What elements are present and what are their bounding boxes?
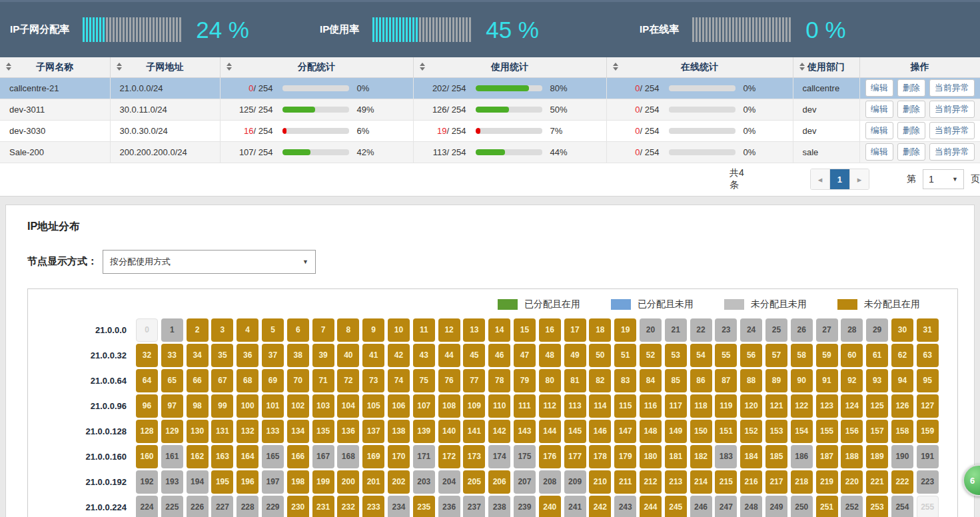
ip-cell[interactable]: 25: [765, 318, 787, 342]
ip-cell[interactable]: 226: [187, 496, 209, 517]
ip-cell[interactable]: 238: [488, 496, 510, 517]
ip-cell[interactable]: 146: [589, 420, 611, 443]
ip-cell[interactable]: 142: [488, 420, 510, 443]
ip-cell[interactable]: 26: [791, 318, 813, 342]
ip-cell[interactable]: 202: [388, 470, 410, 494]
ip-cell[interactable]: 167: [312, 445, 334, 468]
ip-cell[interactable]: 247: [715, 496, 737, 517]
page-select[interactable]: 1 ▼: [923, 169, 964, 189]
ip-cell[interactable]: 231: [312, 496, 334, 517]
ip-cell[interactable]: 207: [514, 470, 536, 494]
ip-cell[interactable]: 201: [362, 470, 384, 494]
ip-cell[interactable]: 12: [438, 318, 460, 342]
ip-cell[interactable]: 20: [640, 318, 662, 342]
ip-cell[interactable]: 65: [161, 369, 183, 392]
ip-cell[interactable]: 250: [791, 496, 813, 517]
ip-cell[interactable]: 126: [891, 394, 913, 418]
ip-cell[interactable]: 210: [589, 470, 611, 494]
ip-cell[interactable]: 179: [614, 445, 636, 468]
ip-cell[interactable]: 170: [388, 445, 410, 468]
ip-cell[interactable]: 6: [287, 318, 309, 342]
delete-button[interactable]: 删除: [897, 101, 925, 118]
next-page-button[interactable]: ▸: [849, 169, 869, 189]
ip-cell[interactable]: 242: [589, 496, 611, 517]
ip-cell[interactable]: 73: [362, 369, 384, 392]
ip-cell[interactable]: 244: [640, 496, 662, 517]
ip-cell[interactable]: 18: [589, 318, 611, 342]
ip-cell[interactable]: 97: [161, 394, 183, 418]
ip-cell[interactable]: 156: [841, 420, 863, 443]
ip-cell[interactable]: 181: [665, 445, 687, 468]
ip-cell[interactable]: 106: [388, 394, 410, 418]
ip-cell[interactable]: 148: [640, 420, 662, 443]
current-anomaly-button[interactable]: 当前异常: [929, 122, 975, 139]
ip-cell[interactable]: 110: [488, 394, 510, 418]
ip-cell[interactable]: 115: [614, 394, 636, 418]
ip-cell[interactable]: 136: [337, 420, 359, 443]
ip-cell[interactable]: 189: [866, 445, 888, 468]
ip-cell[interactable]: 232: [337, 496, 359, 517]
ip-cell[interactable]: 56: [740, 344, 762, 367]
ip-cell[interactable]: 9: [362, 318, 384, 342]
ip-cell[interactable]: 68: [237, 369, 258, 392]
current-anomaly-button[interactable]: 当前异常: [929, 101, 975, 118]
ip-cell[interactable]: 165: [262, 445, 284, 468]
ip-cell[interactable]: 187: [816, 445, 838, 468]
ip-cell[interactable]: 80: [539, 369, 561, 392]
ip-cell[interactable]: 243: [614, 496, 636, 517]
ip-cell[interactable]: 55: [715, 344, 737, 367]
ip-cell[interactable]: 23: [715, 318, 737, 342]
ip-cell[interactable]: 214: [690, 470, 712, 494]
ip-cell[interactable]: 159: [917, 420, 939, 443]
ip-cell[interactable]: 129: [161, 420, 183, 443]
ip-cell[interactable]: 215: [715, 470, 737, 494]
current-anomaly-button[interactable]: 当前异常: [929, 79, 975, 97]
ip-cell[interactable]: 137: [362, 420, 384, 443]
ip-cell[interactable]: 66: [187, 369, 209, 392]
ip-cell[interactable]: 34: [187, 344, 209, 367]
ip-cell[interactable]: 104: [337, 394, 359, 418]
column-header-7[interactable]: 操作: [859, 57, 980, 77]
ip-cell[interactable]: 251: [816, 496, 838, 517]
ip-cell[interactable]: 211: [614, 470, 636, 494]
ip-cell[interactable]: 100: [237, 394, 258, 418]
ip-cell[interactable]: 150: [690, 420, 712, 443]
ip-cell[interactable]: 176: [539, 445, 561, 468]
ip-cell[interactable]: 124: [841, 394, 863, 418]
ip-cell[interactable]: 71: [312, 369, 334, 392]
ip-cell[interactable]: 37: [262, 344, 284, 367]
ip-cell[interactable]: 17: [564, 318, 586, 342]
ip-cell[interactable]: 155: [816, 420, 838, 443]
ip-cell[interactable]: 79: [514, 369, 536, 392]
ip-cell[interactable]: 128: [136, 420, 158, 443]
table-row[interactable]: dev-301130.0.11.0/24125/ 25449%126/ 2545…: [0, 99, 980, 120]
ip-cell[interactable]: 99: [211, 394, 233, 418]
ip-cell[interactable]: 157: [866, 420, 888, 443]
ip-cell[interactable]: 35: [211, 344, 233, 367]
ip-cell[interactable]: 112: [539, 394, 561, 418]
ip-cell[interactable]: 64: [136, 369, 158, 392]
ip-cell[interactable]: 22: [690, 318, 712, 342]
ip-cell[interactable]: 227: [211, 496, 233, 517]
column-header-4[interactable]: 使用统计: [413, 57, 606, 77]
ip-cell[interactable]: 225: [161, 496, 183, 517]
ip-cell[interactable]: 212: [640, 470, 662, 494]
ip-cell[interactable]: 103: [312, 394, 334, 418]
ip-cell[interactable]: 72: [337, 369, 359, 392]
ip-cell[interactable]: 221: [866, 470, 888, 494]
ip-cell[interactable]: 81: [564, 369, 586, 392]
ip-cell[interactable]: 206: [488, 470, 510, 494]
ip-cell[interactable]: 177: [564, 445, 586, 468]
ip-cell[interactable]: 11: [413, 318, 435, 342]
column-header-2[interactable]: 子网地址: [110, 57, 220, 77]
ip-cell[interactable]: 188: [841, 445, 863, 468]
ip-cell[interactable]: 91: [816, 369, 838, 392]
column-header-3[interactable]: 分配统计: [220, 57, 413, 77]
ip-cell[interactable]: 78: [488, 369, 510, 392]
ip-cell[interactable]: 240: [539, 496, 561, 517]
ip-cell[interactable]: 8: [337, 318, 359, 342]
ip-cell[interactable]: 237: [463, 496, 485, 517]
ip-cell[interactable]: 132: [237, 420, 258, 443]
ip-cell[interactable]: 77: [463, 369, 485, 392]
ip-cell[interactable]: 138: [388, 420, 410, 443]
